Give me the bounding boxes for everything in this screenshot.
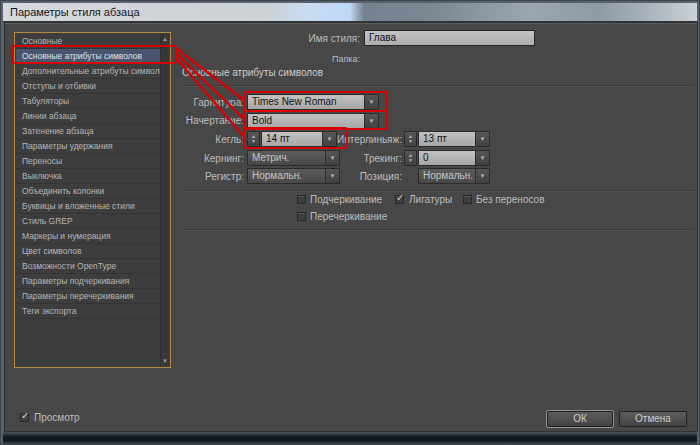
- separator: [182, 190, 693, 191]
- sidebar-item-span-columns[interactable]: Объединить колонки: [16, 184, 160, 199]
- sidebar-item-bullets-numbering[interactable]: Маркеры и нумерация: [16, 229, 160, 244]
- style-name-label: Имя стиля:: [240, 33, 360, 45]
- underline-label: Подчеркивание: [310, 194, 382, 205]
- font-family-label: Гарнитура:: [144, 97, 244, 109]
- separator: [182, 229, 693, 230]
- ligatures-label: Лигатуры: [409, 194, 452, 205]
- sidebar-item-export-tagging[interactable]: Теги экспорта: [16, 304, 160, 319]
- size-label: Кегль:: [144, 134, 244, 146]
- paragraph-style-options-dialog: Параметры стиля абзаца Основные Основные…: [0, 0, 700, 445]
- scroll-up-icon[interactable]: ▲: [162, 36, 168, 42]
- sidebar-item-underline-options[interactable]: Параметры подчеркивания: [16, 274, 160, 289]
- tracking-label: Трекинг:: [305, 153, 402, 165]
- kerning-label: Кернинг:: [144, 153, 244, 165]
- section-title: Основные атрибуты символов: [182, 67, 323, 78]
- underline-checkbox[interactable]: [297, 195, 306, 204]
- chevron-down-icon: ▼: [475, 132, 489, 146]
- tracking-value: 0: [419, 151, 475, 165]
- window-bottom-frame: [3, 432, 697, 444]
- dialog-title: Параметры стиля абзаца: [10, 6, 140, 18]
- check-icon: ✓: [396, 192, 404, 203]
- separator: [182, 85, 693, 86]
- sidebar-item-justification[interactable]: Выключка: [16, 169, 160, 184]
- font-family-select[interactable]: Times New Roman ▼: [247, 94, 379, 110]
- leading-spinner[interactable]: ▲ ▼: [404, 131, 417, 147]
- sidebar-item-general[interactable]: Основные: [16, 34, 160, 49]
- sidebar-item-opentype-features[interactable]: Возможности OpenType: [16, 259, 160, 274]
- sidebar-item-indents-spacing[interactable]: Отступы и отбивки: [16, 79, 160, 94]
- sidebar-item-character-color[interactable]: Цвет символов: [16, 244, 160, 259]
- scroll-down-icon[interactable]: ▼: [162, 358, 168, 364]
- font-style-value: Bold: [248, 114, 364, 128]
- style-name-value: Глава: [369, 32, 396, 43]
- sidebar-item-drop-caps-nested-styles[interactable]: Буквицы и вложенные стили: [16, 199, 160, 214]
- leading-select[interactable]: 13 пт ▼: [418, 131, 490, 147]
- tracking-select[interactable]: 0 ▼: [418, 150, 490, 166]
- font-family-value: Times New Roman: [248, 95, 364, 109]
- position-select[interactable]: Нормальн. ▼: [418, 168, 490, 184]
- sidebar-item-hyphenation[interactable]: Переносы: [16, 154, 160, 169]
- sidebar-item-paragraph-shading[interactable]: Затенение абзаца: [16, 124, 160, 139]
- chevron-down-icon: ▼: [475, 151, 489, 165]
- leading-label: Интерлиньяж:: [305, 134, 402, 146]
- check-icon: ✓: [21, 410, 29, 421]
- sidebar-item-grep-style[interactable]: Стиль GREP: [16, 214, 160, 229]
- ligatures-checkbox[interactable]: ✓: [395, 195, 404, 204]
- leading-value: 13 пт: [419, 132, 475, 146]
- sidebar-item-basic-character-formats[interactable]: Основные атрибуты символов: [16, 49, 160, 64]
- chevron-down-icon: ▼: [475, 169, 489, 183]
- tracking-spinner[interactable]: ▲ ▼: [404, 150, 417, 166]
- dialog-titlebar[interactable]: Параметры стиля абзаца: [3, 3, 697, 22]
- spinner-down-icon[interactable]: ▼: [408, 158, 413, 163]
- no-break-checkbox[interactable]: [463, 195, 472, 204]
- font-style-select[interactable]: Bold ▼: [247, 113, 379, 129]
- sidebar-item-keep-options[interactable]: Параметры удержания: [16, 139, 160, 154]
- sidebar-item-tabs[interactable]: Табуляторы: [16, 94, 160, 109]
- style-options-list: Основные Основные атрибуты символов Допо…: [14, 32, 171, 368]
- strikethrough-checkbox[interactable]: [297, 212, 306, 221]
- sidebar-item-advanced-character-formats[interactable]: Дополнительные атрибуты символов: [16, 64, 160, 79]
- ok-button[interactable]: ОК: [547, 411, 613, 427]
- no-break-label: Без переносов: [476, 194, 544, 205]
- sidebar-item-paragraph-rules[interactable]: Линии абзаца: [16, 109, 160, 124]
- strikethrough-label: Перечеркивание: [310, 211, 387, 222]
- sidebar-scrollbar[interactable]: ▲ ▼: [160, 34, 169, 366]
- chevron-down-icon: ▼: [364, 95, 378, 109]
- preview-label: Просмотр: [34, 412, 80, 423]
- size-spinner[interactable]: ▲ ▼: [247, 131, 260, 147]
- preview-checkbox[interactable]: ✓: [20, 413, 29, 422]
- chevron-down-icon: ▼: [364, 114, 378, 128]
- spinner-down-icon[interactable]: ▼: [408, 139, 413, 144]
- font-style-label: Начертание:: [144, 115, 244, 127]
- sidebar-item-strikethrough-options[interactable]: Параметры перечеркивания: [16, 289, 160, 304]
- position-label: Позиция:: [305, 171, 402, 183]
- spinner-down-icon[interactable]: ▼: [251, 139, 256, 144]
- dialog-content: Основные Основные атрибуты символов Допо…: [4, 22, 698, 432]
- style-options-items: Основные Основные атрибуты символов Допо…: [16, 34, 160, 319]
- position-value: Нормальн.: [419, 169, 475, 183]
- folder-label: Папка:: [240, 54, 360, 66]
- case-label: Регистр:: [144, 171, 244, 183]
- cancel-button[interactable]: Отмена: [619, 411, 687, 427]
- style-name-input[interactable]: Глава: [364, 30, 535, 46]
